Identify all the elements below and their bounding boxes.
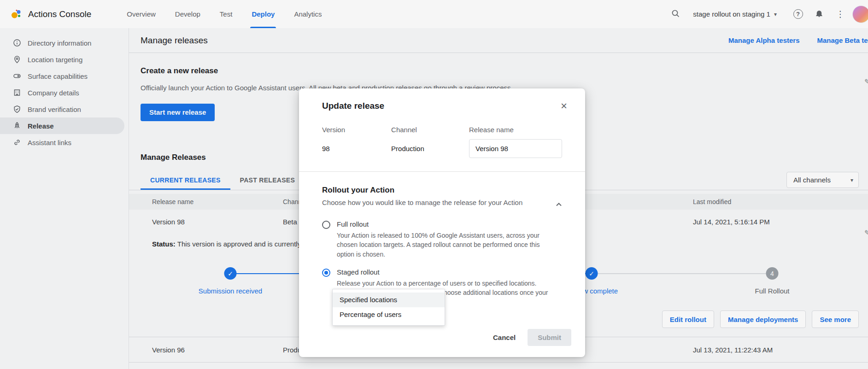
- version-value: 98: [322, 139, 391, 158]
- submit-button[interactable]: Submit: [528, 329, 571, 346]
- option-specified-locations[interactable]: Specified locations: [333, 293, 445, 307]
- full-rollout-description: Your Action is released to 100% of Googl…: [337, 231, 559, 259]
- cancel-button[interactable]: Cancel: [487, 329, 521, 346]
- actions-console-screen: Actions Console Overview Develop Test De…: [0, 0, 868, 369]
- release-name-input[interactable]: [469, 139, 562, 158]
- divider: [299, 171, 585, 172]
- close-icon[interactable]: ×: [556, 98, 572, 114]
- radio-full-rollout[interactable]: [322, 221, 330, 229]
- release-name-field: Release name: [469, 126, 562, 158]
- release-fields: Version 98 Channel Production Release na…: [299, 126, 585, 158]
- version-field: Version 98: [322, 126, 391, 158]
- rollout-subtitle: Choose how you would like to manage the …: [322, 199, 562, 206]
- channel-label: Channel: [391, 126, 469, 134]
- chevron-up-icon[interactable]: [551, 197, 567, 212]
- release-name-label: Release name: [469, 126, 562, 134]
- update-release-dialog: Update release × Version 98 Channel Prod…: [299, 88, 585, 357]
- full-rollout-option: Full rollout Your Action is released to …: [322, 220, 562, 259]
- rollout-title: Rollout your Action: [322, 186, 562, 195]
- dialog-footer: Cancel Submit: [487, 329, 571, 346]
- rollout-type-dropdown: Specified locations Percentage of users: [332, 289, 445, 326]
- channel-value: Production: [391, 139, 469, 158]
- option-percentage-of-users[interactable]: Percentage of users: [333, 307, 445, 322]
- channel-field: Channel Production: [391, 126, 469, 158]
- radio-staged-rollout[interactable]: [322, 269, 330, 277]
- full-rollout-label[interactable]: Full rollout: [337, 220, 559, 228]
- version-label: Version: [322, 126, 391, 134]
- dialog-title: Update release: [299, 88, 585, 111]
- staged-rollout-label[interactable]: Staged rollout: [337, 268, 559, 276]
